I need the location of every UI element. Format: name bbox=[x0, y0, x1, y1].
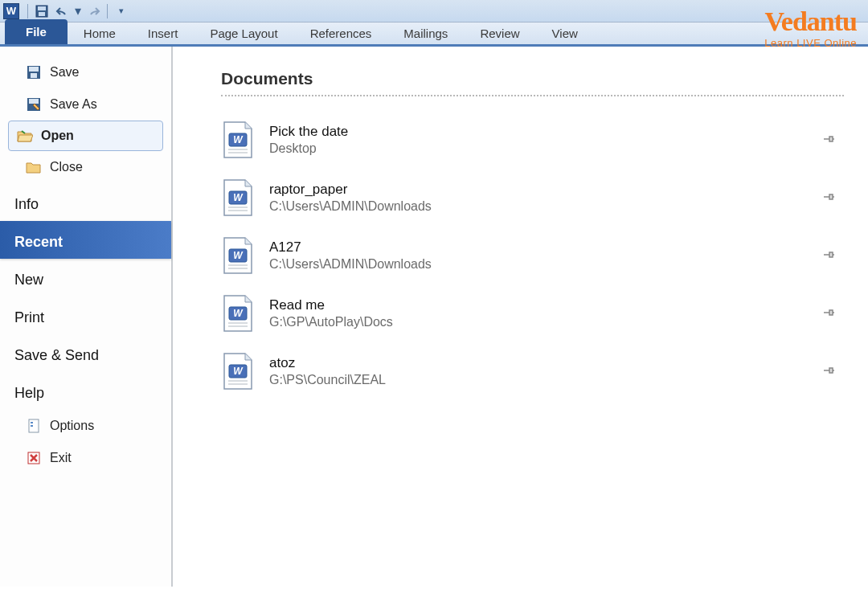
doc-path: C:\Users\ADMIN\Downloads bbox=[269, 199, 821, 214]
svg-rect-8 bbox=[29, 419, 39, 432]
section-header: Documents bbox=[221, 69, 844, 96]
menu-info[interactable]: Info bbox=[0, 183, 171, 221]
word-document-icon: W bbox=[221, 121, 255, 159]
menu-help[interactable]: Help bbox=[0, 372, 171, 410]
doc-info: Read me G:\GP\AutoPlay\Docs bbox=[269, 297, 821, 329]
menu-save-as[interactable]: Save As bbox=[0, 88, 171, 121]
recent-document-row[interactable]: W A127 C:\Users\ADMIN\Downloads bbox=[221, 227, 844, 284]
tab-view[interactable]: View bbox=[536, 22, 594, 44]
tab-file[interactable]: File bbox=[5, 19, 68, 44]
doc-name: Read me bbox=[269, 297, 821, 313]
recent-document-row[interactable]: W Read me G:\GP\AutoPlay\Docs bbox=[221, 284, 844, 342]
ribbon-tabs: File Home Insert Page Layout References … bbox=[0, 22, 868, 47]
exit-icon bbox=[26, 450, 42, 466]
word-document-icon: W bbox=[221, 178, 255, 217]
recent-document-row[interactable]: W Pick the date Desktop bbox=[221, 111, 844, 169]
svg-rect-1 bbox=[38, 6, 46, 10]
pin-icon[interactable] bbox=[821, 363, 837, 379]
svg-text:W: W bbox=[233, 192, 244, 203]
tab-insert[interactable]: Insert bbox=[132, 22, 194, 44]
menu-new[interactable]: New bbox=[0, 259, 171, 297]
menu-label: Save bbox=[50, 65, 79, 80]
customize-qat-icon[interactable]: ▾ bbox=[112, 3, 131, 19]
doc-info: A127 C:\Users\ADMIN\Downloads bbox=[269, 239, 821, 272]
menu-label: Exit bbox=[50, 451, 72, 465]
menu-label: Open bbox=[41, 129, 74, 143]
save-icon[interactable] bbox=[32, 3, 51, 19]
options-icon bbox=[26, 418, 42, 434]
menu-label: Close bbox=[50, 160, 83, 174]
doc-path: Desktop bbox=[269, 141, 821, 156]
svg-rect-5 bbox=[31, 73, 37, 78]
svg-rect-9 bbox=[31, 422, 33, 423]
svg-text:W: W bbox=[233, 250, 244, 261]
menu-label: Save As bbox=[50, 97, 97, 112]
doc-info: raptor_paper C:\Users\ADMIN\Downloads bbox=[269, 182, 821, 214]
menu-recent[interactable]: Recent bbox=[0, 221, 171, 259]
word-document-icon: W bbox=[221, 352, 255, 391]
save-as-icon bbox=[26, 96, 42, 112]
menu-close[interactable]: Close bbox=[0, 151, 171, 183]
tab-review[interactable]: Review bbox=[464, 22, 535, 44]
pin-icon[interactable] bbox=[821, 190, 837, 206]
menu-save-send[interactable]: Save & Send bbox=[0, 334, 171, 372]
separator bbox=[27, 4, 28, 18]
close-folder-icon bbox=[26, 159, 42, 175]
doc-info: Pick the date Desktop bbox=[269, 124, 821, 156]
menu-exit[interactable]: Exit bbox=[0, 442, 171, 474]
doc-path: G:\PS\Council\ZEAL bbox=[269, 373, 821, 387]
svg-text:W: W bbox=[233, 366, 244, 377]
tab-references[interactable]: References bbox=[294, 22, 388, 44]
menu-save[interactable]: Save bbox=[0, 56, 171, 88]
svg-text:W: W bbox=[233, 134, 244, 145]
svg-text:W: W bbox=[233, 308, 244, 319]
undo-icon[interactable] bbox=[53, 3, 72, 19]
brand-tagline: Learn LIVE Online bbox=[764, 37, 857, 49]
word-document-icon: W bbox=[221, 294, 255, 333]
doc-name: Pick the date bbox=[269, 124, 821, 140]
menu-label: Options bbox=[50, 419, 94, 433]
menu-options[interactable]: Options bbox=[0, 410, 171, 442]
tab-home[interactable]: Home bbox=[68, 22, 132, 44]
tab-mailings[interactable]: Mailings bbox=[387, 22, 464, 44]
doc-info: atoz G:\PS\Council\ZEAL bbox=[269, 355, 821, 387]
quick-access-toolbar: W ▾ ▾ bbox=[0, 0, 868, 22]
svg-rect-10 bbox=[31, 425, 33, 427]
svg-rect-4 bbox=[29, 67, 39, 72]
menu-print[interactable]: Print bbox=[0, 297, 171, 334]
svg-rect-2 bbox=[39, 12, 45, 16]
backstage-view: Save Save As Open Close Info Recent New … bbox=[0, 47, 868, 587]
save-icon bbox=[26, 64, 42, 80]
separator bbox=[107, 4, 108, 18]
recent-document-row[interactable]: W atoz G:\PS\Council\ZEAL bbox=[221, 342, 844, 400]
word-document-icon: W bbox=[221, 236, 255, 275]
svg-rect-7 bbox=[29, 99, 39, 104]
doc-name: atoz bbox=[269, 355, 821, 371]
pin-icon[interactable] bbox=[821, 132, 837, 148]
backstage-side-menu: Save Save As Open Close Info Recent New … bbox=[0, 47, 173, 587]
doc-name: A127 bbox=[269, 239, 821, 256]
redo-icon[interactable] bbox=[84, 3, 103, 19]
watermark: Vedantu Learn LIVE Online bbox=[764, 6, 857, 49]
word-app-icon: W bbox=[3, 3, 19, 19]
recent-documents-panel: Documents W Pick the date Desktop W rapt… bbox=[173, 47, 868, 587]
doc-name: raptor_paper bbox=[269, 182, 821, 198]
open-folder-icon bbox=[17, 128, 33, 144]
doc-path: G:\GP\AutoPlay\Docs bbox=[269, 315, 821, 329]
menu-open[interactable]: Open bbox=[8, 121, 163, 151]
tab-page-layout[interactable]: Page Layout bbox=[194, 22, 293, 44]
pin-icon[interactable] bbox=[821, 305, 837, 321]
pin-icon[interactable] bbox=[821, 247, 837, 264]
undo-dropdown-icon[interactable]: ▾ bbox=[74, 3, 82, 19]
brand-logo: Vedantu bbox=[764, 6, 857, 37]
doc-path: C:\Users\ADMIN\Downloads bbox=[269, 257, 821, 272]
recent-document-row[interactable]: W raptor_paper C:\Users\ADMIN\Downloads bbox=[221, 169, 844, 227]
